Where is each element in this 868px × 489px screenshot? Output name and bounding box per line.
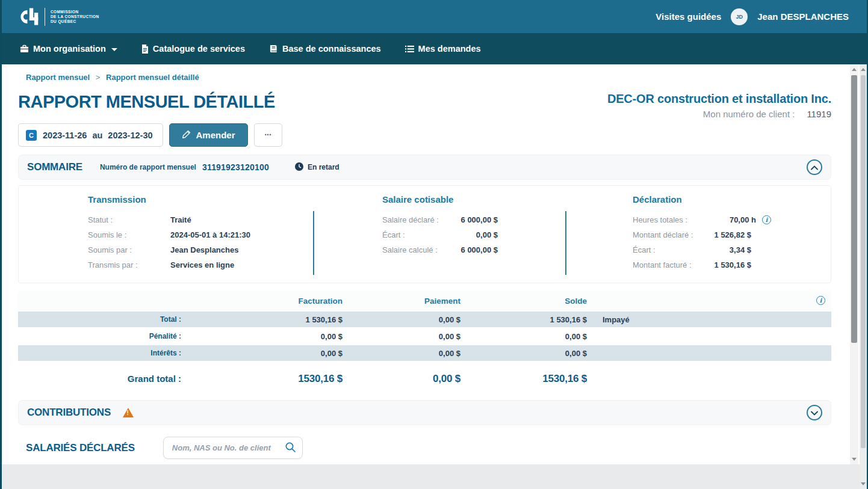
document-icon <box>141 45 149 54</box>
table-row-total: Total : 1 530,16 $ 0,00 $ 1 530,16 $ Imp… <box>18 311 831 328</box>
user-name[interactable]: Jean DESPLANCHES <box>757 11 849 22</box>
employee-search-input[interactable] <box>163 437 303 459</box>
period-range: 2023-11-26 au 2023-12-30 <box>43 131 153 140</box>
billing-table: Facturation Paiement Solde Total : 1 530… <box>18 291 831 392</box>
breadcrumb-parent-link[interactable]: Rapport mensuel <box>26 73 90 82</box>
detail-row: Soumis le :2024-05-01 à 14:21:30 <box>88 227 313 242</box>
contributions-expand-button[interactable] <box>807 405 822 420</box>
column-header-paiement: Paiement <box>350 297 468 306</box>
sommaire-section-header[interactable]: SOMMAIRE Numéro de rapport mensuel 31191… <box>18 155 831 180</box>
header-actions: Visites guidées JD Jean DESPLANCHES <box>656 8 849 25</box>
amend-button-label: Amender <box>196 130 235 140</box>
nav-label: Mes demandes <box>418 44 481 54</box>
nav-label: Mon organisation <box>33 44 106 54</box>
summary-panel: Transmission Statut :Traité Soumis le :2… <box>18 185 831 283</box>
client-number-value: 11919 <box>807 109 831 119</box>
report-number-value: 31191923120100 <box>202 162 269 172</box>
chevron-down-icon <box>811 407 818 418</box>
scrollbar-thumb[interactable] <box>861 75 866 448</box>
status-label: En retard <box>308 163 339 171</box>
nav-item-catalogue-de-services[interactable]: Catalogue de services <box>141 44 245 54</box>
company-block: DEC-OR construction et installation Inc.… <box>607 92 831 119</box>
logo-divider <box>45 8 45 26</box>
detail-row: Écart :3,34 $ <box>633 242 751 257</box>
content-scrollbar[interactable] <box>850 64 858 464</box>
pencil-icon <box>182 130 191 141</box>
salaire-cotisable-column: Salaire cotisable Salaire déclaré :6 000… <box>313 186 565 283</box>
detail-row: Statut :Traité <box>88 212 313 227</box>
table-row-interets: Intérêts : 0,00 $ 0,00 $ 0,00 $ <box>18 345 831 361</box>
ccq-logo-icon <box>19 7 39 27</box>
column-header-solde: Solde <box>468 297 594 306</box>
unpaid-badge: Impayé <box>594 315 684 324</box>
salaire-cotisable-title: Salaire cotisable <box>382 194 565 205</box>
column-divider <box>313 211 314 275</box>
detail-row: Heures totales : 70,00 h <box>633 212 771 227</box>
detail-row: Salaire déclaré :6 000,00 $ <box>382 212 498 227</box>
column-divider <box>565 211 566 275</box>
detail-row: Soumis par :Jean Desplanches <box>88 242 313 257</box>
transmission-title: Transmission <box>88 194 313 205</box>
nav-label: Base de connaissances <box>282 44 381 54</box>
top-header: COMMISSION DE LA CONSTRUCTION DU QUÉBEC … <box>2 0 867 33</box>
guided-tours-link[interactable]: Visites guidées <box>656 11 721 22</box>
breadcrumb: Rapport mensuel > Rapport mensuel détail… <box>18 73 831 82</box>
table-row-penalite: Pénalité : 0,00 $ 0,00 $ 0,00 $ <box>18 328 831 345</box>
calendar-badge-icon: C <box>26 130 37 141</box>
user-avatar[interactable]: JD <box>731 8 748 25</box>
info-icon[interactable] <box>816 296 825 305</box>
page-bottom-band <box>2 464 860 489</box>
info-icon[interactable] <box>762 215 771 224</box>
scroll-up-arrow[interactable] <box>852 68 857 71</box>
breadcrumb-separator: > <box>96 73 101 82</box>
nav-item-base-de-connaissances[interactable]: Base de connaissances <box>269 44 381 54</box>
app-window: COMMISSION DE LA CONSTRUCTION DU QUÉBEC … <box>0 0 868 489</box>
detail-row: Écart :0,00 $ <box>382 227 498 242</box>
scroll-down-arrow[interactable] <box>861 482 866 485</box>
table-row-grand-total: Grand total : 1530,16 $ 0,00 $ 1530,16 $ <box>18 365 831 392</box>
sommaire-collapse-button[interactable] <box>807 159 822 175</box>
detail-row: Montant facturé :1 530,16 $ <box>633 257 751 272</box>
book-icon <box>269 45 278 53</box>
contributions-section-header[interactable]: CONTRIBUTIONS <box>18 400 831 425</box>
status-badge: En retard <box>295 162 339 173</box>
briefcase-icon <box>20 45 29 53</box>
detail-row: Salaire calculé :6 000,00 $ <box>382 242 498 257</box>
page-content: Rapport mensuel > Rapport mensuel détail… <box>2 73 867 459</box>
declaration-title: Déclaration <box>633 194 771 205</box>
main-nav: Mon organisation Catalogue de services B… <box>2 33 867 64</box>
search-icon[interactable] <box>285 441 296 455</box>
browser-scrollbar[interactable] <box>860 64 867 489</box>
nav-item-mes-demandes[interactable]: Mes demandes <box>405 44 481 54</box>
client-number-label: Mon numéro de client : <box>703 109 795 119</box>
report-toolbar: C 2023-11-26 au 2023-12-30 Amender ... <box>18 123 831 147</box>
logo-text: COMMISSION DE LA CONSTRUCTION DU QUÉBEC <box>51 10 99 24</box>
client-number-line: Mon numéro de client :11919 <box>607 109 831 119</box>
employee-search <box>163 437 303 459</box>
more-actions-button[interactable]: ... <box>254 123 282 147</box>
amend-button[interactable]: Amender <box>169 123 248 147</box>
page-title: RAPPORT MENSUEL DÉTAILLÉ <box>18 92 275 111</box>
salaries-title: SALARIÉS DÉCLARÉS <box>26 442 135 454</box>
declaration-column: Déclaration Heures totales : 70,00 h Mon… <box>565 186 771 283</box>
warning-icon <box>123 408 134 417</box>
report-number-label: Numéro de rapport mensuel <box>100 163 196 171</box>
sommaire-title: SOMMAIRE <box>27 161 82 173</box>
chevron-up-icon <box>811 162 818 173</box>
breadcrumb-current[interactable]: Rapport mensuel détaillé <box>106 73 199 82</box>
scroll-down-arrow[interactable] <box>852 458 857 461</box>
detail-row: Transmis par :Services en ligne <box>88 257 313 272</box>
detail-row: Montant déclaré :1 526,82 $ <box>633 227 751 242</box>
transmission-column: Transmission Statut :Traité Soumis le :2… <box>19 186 313 283</box>
scroll-up-arrow[interactable] <box>861 68 866 71</box>
clock-icon <box>295 162 303 173</box>
column-header-facturation: Facturation <box>188 297 350 306</box>
ccq-logo[interactable]: COMMISSION DE LA CONSTRUCTION DU QUÉBEC <box>19 7 99 27</box>
list-icon <box>405 45 414 53</box>
company-name: DEC-OR construction et installation Inc. <box>607 92 831 106</box>
scrollbar-thumb[interactable] <box>851 75 857 343</box>
nav-item-mon-organisation[interactable]: Mon organisation <box>20 44 117 54</box>
chevron-down-icon <box>111 48 117 51</box>
salaries-section-header: SALARIÉS DÉCLARÉS <box>18 437 831 459</box>
period-selector[interactable]: C 2023-11-26 au 2023-12-30 <box>18 123 163 147</box>
